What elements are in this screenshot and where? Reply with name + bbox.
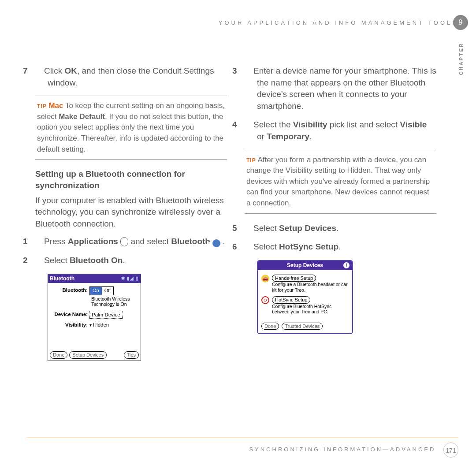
text-bold: Make Default xyxy=(59,112,105,121)
step-4: 4Select the Visibility pick list and sel… xyxy=(245,119,436,142)
text: Select xyxy=(44,256,70,265)
step-number: 1 xyxy=(35,236,44,248)
text: and select xyxy=(128,237,171,246)
step-6: 6Select HotSync Setup. xyxy=(245,241,436,253)
step-5: 5Select Setup Devices. xyxy=(245,223,436,234)
text: . xyxy=(220,237,225,246)
chapter-label: CHAPTER xyxy=(458,42,464,75)
bluetooth-icon: ✱ xyxy=(212,239,220,247)
page-footer: SYNCHRONIZING INFORMATION—ADVANCED 171 xyxy=(26,438,458,457)
text-bold: Visibility xyxy=(293,120,327,129)
text-bold: Bluetooth xyxy=(171,237,210,246)
text-bold: OK xyxy=(64,66,77,75)
text-bold: Applications xyxy=(68,237,118,246)
step-7: 7Click OK, and then close the Conduit Se… xyxy=(35,65,227,89)
section-heading: Setting up a Bluetooth connection for sy… xyxy=(35,168,227,191)
trusted-devices-button[interactable]: Trusted Devices xyxy=(282,323,323,330)
tips-button[interactable]: Tips xyxy=(124,351,139,358)
chapter-number-badge: 9 xyxy=(453,15,468,30)
palm-title-text: Setup Devices xyxy=(287,262,323,269)
done-button[interactable]: Done xyxy=(261,323,279,330)
car-icon: 🚗 xyxy=(261,275,269,283)
step-3: 3Enter a device name for your smartphone… xyxy=(245,65,436,112)
bluetooth-label: Bluetooth: xyxy=(51,286,89,294)
step-number: 5 xyxy=(245,223,253,234)
text: Press xyxy=(44,237,68,246)
setup-devices-button[interactable]: Setup Devices xyxy=(69,351,107,358)
step-number: 7 xyxy=(35,65,44,77)
right-column: 3Enter a device name for your smartphone… xyxy=(245,65,436,361)
tip-box-mac: TIP Mac To keep the current setting on a… xyxy=(35,96,227,160)
page-number: 171 xyxy=(443,443,458,457)
done-button[interactable]: Done xyxy=(50,351,67,358)
text: . xyxy=(336,223,338,233)
text: . xyxy=(338,242,341,251)
step-number: 2 xyxy=(35,255,44,267)
hotsync-desc: Configure Bluetooth HotSync between your… xyxy=(272,304,349,315)
text-bold: Temporary xyxy=(267,132,309,141)
info-icon[interactable]: i xyxy=(343,262,350,268)
text: . xyxy=(123,256,125,265)
hotsync-setup-button[interactable]: HotSync Setup xyxy=(272,296,310,303)
footer-text: SYNCHRONIZING INFORMATION—ADVANCED xyxy=(249,446,435,453)
text: . xyxy=(309,132,312,141)
setup-devices-screenshot: Setup Devices i 🚗 Hands-free Setup Confi… xyxy=(257,260,353,334)
text: Enter a device name for your smartphone.… xyxy=(253,66,436,111)
visibility-label: Visibility: xyxy=(51,321,89,328)
visibility-dropdown[interactable]: Hidden xyxy=(89,321,109,328)
step-number: 3 xyxy=(245,65,253,77)
text-bold: Bluetooth On xyxy=(70,256,123,265)
palm-title-bar: Bluetooth ✱ ▮◢ ▯ xyxy=(48,274,141,283)
text-bold: Visible xyxy=(400,120,427,129)
text: Click xyxy=(44,66,64,75)
text: Select xyxy=(253,242,279,251)
toggle-on[interactable]: On xyxy=(90,287,102,294)
text-bold: Setup Devices xyxy=(279,223,336,233)
text-bold: HotSync Setup xyxy=(279,242,338,251)
step-number: 4 xyxy=(245,119,253,131)
step-1: 1Press Applications ⌂ and select Bluetoo… xyxy=(35,236,227,248)
bluetooth-status-text: Bluetooth Wireless Technology is On xyxy=(91,296,138,307)
hands-free-setup-button[interactable]: Hands-free Setup xyxy=(272,275,316,282)
text: or xyxy=(257,132,267,141)
text: Select xyxy=(253,223,279,233)
tip-label: TIP xyxy=(246,157,256,164)
header-breadcrumb: YOUR APPLICATION AND INFO MANAGEMENT TOO… xyxy=(219,19,458,26)
toggle-off[interactable]: Off xyxy=(102,287,113,294)
text: After you form a partnership with a devi… xyxy=(246,156,430,208)
palm-title-text: Bluetooth xyxy=(50,275,74,283)
step-number: 6 xyxy=(245,241,253,253)
applications-icon: ⌂ xyxy=(120,237,128,246)
palm-title-bar: Setup Devices i xyxy=(258,261,352,270)
tip-label: TIP xyxy=(37,103,47,109)
section-paragraph: If your computer is enabled with Bluetoo… xyxy=(35,195,227,230)
left-column: 7Click OK, and then close the Conduit Se… xyxy=(35,65,227,361)
device-name-label: Device Name: xyxy=(51,311,89,318)
hands-free-desc: Configure a Bluetooth headset or car kit… xyxy=(272,282,349,293)
mac-label: Mac xyxy=(48,101,63,110)
text: Select the xyxy=(253,120,293,129)
bluetooth-toggle[interactable]: OnOff xyxy=(89,286,114,295)
bluetooth-settings-screenshot: Bluetooth ✱ ▮◢ ▯ Bluetooth: OnOff Blueto… xyxy=(48,274,141,361)
step-2: 2Select Bluetooth On. xyxy=(35,255,227,267)
text: pick list and select xyxy=(327,120,400,129)
device-name-field[interactable]: Palm Device xyxy=(89,311,123,319)
palm-status-icons: ✱ ▮◢ ▯ xyxy=(121,275,139,282)
hotsync-icon: ⟳ xyxy=(261,296,269,304)
tip-box-visibility: TIP After you form a partnership with a … xyxy=(245,150,436,214)
